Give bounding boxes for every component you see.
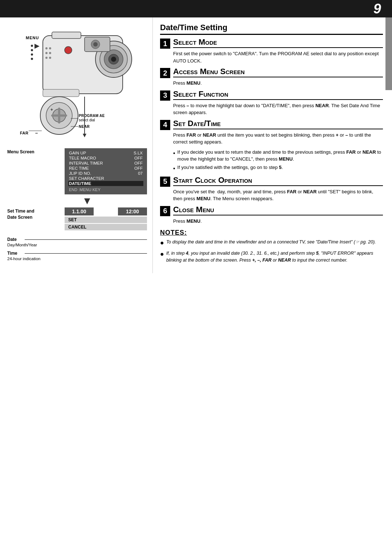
step-3-title: Select Function <box>173 90 383 100</box>
svg-point-18 <box>45 57 48 59</box>
svg-text:+: + <box>50 107 53 112</box>
step-1-title: Select Mode <box>173 38 383 48</box>
step-3-section: 3 Select Function Press – to move the hi… <box>160 90 383 116</box>
right-panel: Date/Time Setting 1 Select Mode First se… <box>152 17 392 273</box>
svg-point-3 <box>31 53 33 56</box>
step-4-title: Set Date/Time <box>173 119 383 129</box>
date-label: Date <box>7 237 22 242</box>
step-1-number: 1 <box>160 39 170 49</box>
step-5-section: 5 Start Clock Operation Once you've set … <box>160 176 383 202</box>
svg-marker-39 <box>83 134 86 137</box>
step-2-body: Press MENU. <box>173 80 383 87</box>
date-label-area: Date Day/Month/Year Time 24-hour indicat… <box>7 237 147 261</box>
bullet-1: • If you decide you want to return the d… <box>173 149 383 163</box>
menu-screen-wrapper: Menu Screen GAIN UPS.LX TELE MACROOFF IN… <box>7 148 147 194</box>
svg-text:PROGRAM AE: PROGRAM AE <box>79 114 105 118</box>
svg-text:MENU: MENU <box>26 36 39 40</box>
main-content: MENU ▶ <box>0 17 392 273</box>
step-1-body: First set the power switch to "CAMERA". … <box>173 50 383 64</box>
time-label: Time <box>7 251 22 256</box>
right-gray-bar <box>385 17 392 90</box>
date-value-display: 1.1.00 <box>65 207 94 215</box>
cancel-row: CANCEL <box>65 224 147 230</box>
svg-point-22 <box>65 47 72 54</box>
step-3-number: 3 <box>160 90 170 101</box>
step-1-section: 1 Select Mode First set the power switch… <box>160 38 383 64</box>
step-4-bullets: • If you decide you want to return the d… <box>173 149 383 173</box>
svg-point-21 <box>49 57 51 59</box>
svg-text:select dial: select dial <box>79 118 95 122</box>
step-5-title: Start Clock Operation <box>173 176 383 186</box>
top-bar: 9 <box>0 0 392 17</box>
step-4-body: Press FAR or NEAR until the item you wan… <box>173 132 383 146</box>
svg-rect-28 <box>58 108 60 124</box>
step-6-number: 6 <box>160 206 170 216</box>
menu-screen-box: GAIN UPS.LX TELE MACROOFF INTERVAL TIMER… <box>65 148 147 194</box>
page-number: 9 <box>373 2 381 16</box>
set-row: SET <box>65 217 147 223</box>
step-6-section: 6 Close Menu Press MENU. <box>160 205 383 225</box>
svg-point-20 <box>49 52 51 54</box>
svg-text:▶: ▶ <box>34 42 40 49</box>
menu-screen-label: Menu Screen <box>7 148 36 155</box>
step-3-body: Press – to move the highlight bar down t… <box>173 102 383 116</box>
left-panel: MENU ▶ <box>0 17 152 273</box>
date-sublabel: Day/Month/Year <box>7 243 147 247</box>
arrow-down-icon: ▼ <box>36 196 138 206</box>
svg-rect-23 <box>43 89 79 97</box>
note-2: ● If, in step 4, you input an invalid da… <box>160 250 383 264</box>
time-sublabel: 24-hour indication <box>7 257 147 261</box>
set-time-wrapper: Set Time and Date Screen 1.1.00 12:00 SE… <box>7 207 147 230</box>
camera-illustration: MENU ▶ <box>12 28 143 148</box>
svg-point-1 <box>31 45 33 47</box>
step-4-number: 4 <box>160 120 170 130</box>
time-value-display: 12:00 <box>118 207 147 215</box>
step-2-title: Access Menu Screen <box>173 67 383 77</box>
svg-text:FAR: FAR <box>20 131 29 135</box>
svg-rect-7 <box>52 32 81 39</box>
step-4-section: 4 Set Date/Time Press FAR or NEAR until … <box>160 119 383 173</box>
set-time-side-label: Set Time and Date Screen <box>7 207 36 221</box>
svg-point-2 <box>31 49 33 51</box>
svg-point-16 <box>45 47 48 49</box>
page-title: Date/Time Setting <box>160 23 383 35</box>
set-time-date-screen: 1.1.00 12:00 SET CANCEL <box>65 207 147 230</box>
bullet-2: • If you're satisfied with the settings,… <box>173 164 383 173</box>
svg-point-15 <box>93 42 98 47</box>
svg-point-19 <box>49 47 51 49</box>
svg-point-12 <box>111 57 116 62</box>
step-6-title: Close Menu <box>173 205 383 215</box>
step-5-body: Once you've set the day, month, year and… <box>173 188 383 202</box>
step-5-number: 5 <box>160 177 170 187</box>
svg-point-4 <box>31 58 33 60</box>
notes-section: NOTES: ● To display the date and time in… <box>160 229 383 264</box>
step-6-body: Press MENU. <box>173 218 383 225</box>
step-2-number: 2 <box>160 68 170 78</box>
note-1: ● To display the date and time in the vi… <box>160 239 383 248</box>
notes-title: NOTES: <box>160 229 383 237</box>
step-2-section: 2 Access Menu Screen Press MENU. <box>160 67 383 87</box>
svg-point-17 <box>45 52 48 54</box>
